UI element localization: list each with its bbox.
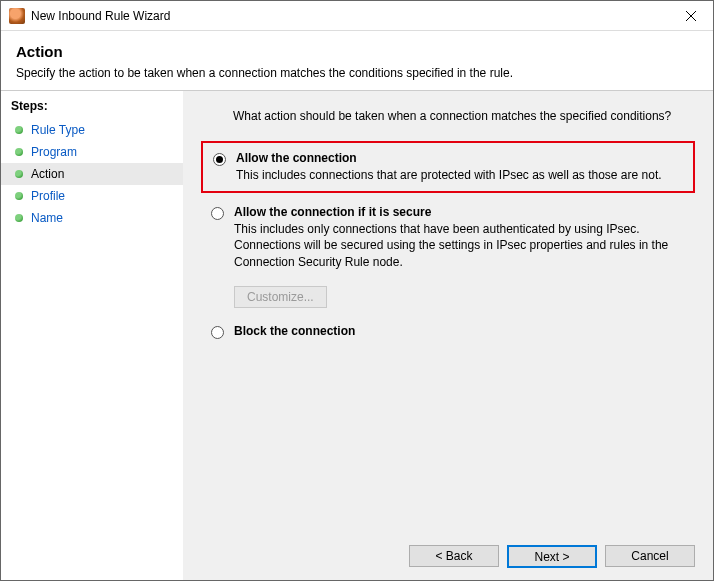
step-label: Profile xyxy=(31,189,65,203)
option-title: Block the connection xyxy=(234,324,685,338)
option-desc: This includes only connections that have… xyxy=(234,221,685,270)
page-title: Action xyxy=(16,43,698,60)
option-block[interactable]: Block the connection xyxy=(201,316,695,347)
step-bullet-icon xyxy=(15,148,23,156)
option-desc: This includes connections that are prote… xyxy=(236,167,683,183)
wizard-window: New Inbound Rule Wizard Action Specify t… xyxy=(0,0,714,581)
radio-allow-secure[interactable] xyxy=(211,207,224,220)
sidebar: Steps: Rule Type Program Action Profile … xyxy=(1,91,183,580)
option-allow[interactable]: Allow the connection This includes conne… xyxy=(201,141,695,193)
option-allow-secure[interactable]: Allow the connection if it is secure Thi… xyxy=(201,197,695,278)
back-button[interactable]: < Back xyxy=(409,545,499,567)
question-text: What action should be taken when a conne… xyxy=(233,109,695,123)
option-title: Allow the connection if it is secure xyxy=(234,205,685,219)
step-bullet-icon xyxy=(15,170,23,178)
close-icon xyxy=(686,11,696,21)
customize-row: Customize... xyxy=(234,286,695,308)
radio-block[interactable] xyxy=(211,326,224,339)
sidebar-title: Steps: xyxy=(1,99,183,119)
header: Action Specify the action to be taken wh… xyxy=(1,31,713,90)
content-pane: What action should be taken when a conne… xyxy=(183,91,713,580)
step-label: Action xyxy=(31,167,64,181)
firewall-icon xyxy=(9,8,25,24)
step-name[interactable]: Name xyxy=(1,207,183,229)
step-program[interactable]: Program xyxy=(1,141,183,163)
close-button[interactable] xyxy=(668,1,713,31)
footer: < Back Next > Cancel xyxy=(201,535,695,568)
radio-allow[interactable] xyxy=(213,153,226,166)
next-button[interactable]: Next > xyxy=(507,545,597,568)
option-body: Allow the connection if it is secure Thi… xyxy=(234,205,685,270)
step-bullet-icon xyxy=(15,192,23,200)
step-bullet-icon xyxy=(15,126,23,134)
titlebar: New Inbound Rule Wizard xyxy=(1,1,713,31)
step-rule-type[interactable]: Rule Type xyxy=(1,119,183,141)
window-title: New Inbound Rule Wizard xyxy=(31,9,668,23)
option-body: Block the connection xyxy=(234,324,685,339)
step-bullet-icon xyxy=(15,214,23,222)
option-title: Allow the connection xyxy=(236,151,683,165)
step-label: Rule Type xyxy=(31,123,85,137)
customize-button: Customize... xyxy=(234,286,327,308)
body: Steps: Rule Type Program Action Profile … xyxy=(1,90,713,580)
step-label: Program xyxy=(31,145,77,159)
page-subtitle: Specify the action to be taken when a co… xyxy=(16,66,698,80)
step-action[interactable]: Action xyxy=(1,163,183,185)
step-profile[interactable]: Profile xyxy=(1,185,183,207)
option-body: Allow the connection This includes conne… xyxy=(236,151,683,183)
cancel-button[interactable]: Cancel xyxy=(605,545,695,567)
step-label: Name xyxy=(31,211,63,225)
